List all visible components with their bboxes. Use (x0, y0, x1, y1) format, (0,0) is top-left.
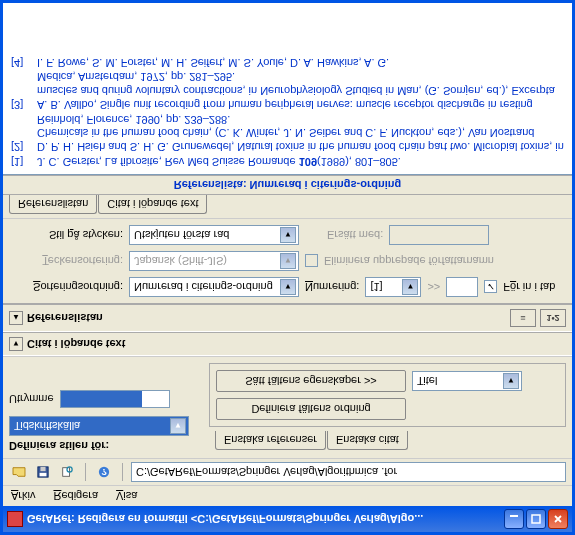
refs-preview-header: Referenslista: Numrerad i citerings-ordn… (3, 175, 572, 195)
charset-dropdown[interactable]: Japansk (Shift-JIS) ▼ (129, 251, 299, 271)
sort-order-label: Sorteringsordning: (11, 281, 123, 293)
ref-text: D. P. H. Hsieh and S. H. G. Grunewedel, … (37, 112, 564, 153)
svg-rect-4 (40, 467, 45, 471)
sort-order-dropdown[interactable]: Numrerad i citerings-ordning ▼ (129, 277, 299, 297)
tab-single-cites[interactable]: Enstaka citat (327, 431, 408, 450)
insert-in-tab-label: För in i tab (503, 281, 555, 293)
view-1-2-tab[interactable]: 1•2 (540, 309, 566, 327)
sort-order-value: Numrerad i citerings-ordning (134, 281, 273, 293)
minimize-button[interactable] (504, 509, 524, 529)
set-field-props-button[interactable]: Sätt fältens egenskaper >> (216, 370, 406, 392)
svg-text:?: ? (101, 467, 107, 478)
preview-tabs: Referenslistan Citat i löpande text (3, 195, 572, 219)
chevron-down-icon[interactable]: ▼ (280, 253, 296, 269)
application-window: GetARef: Redigera en formatfil <C:/GetAR… (0, 0, 575, 535)
ref-text: I. F. Rowe, S. M. Forster, M. H. Seifert… (37, 55, 564, 69)
replace-label: Ersätt med: (327, 229, 383, 241)
collapse-icon[interactable]: ▼ (9, 337, 23, 351)
ref-mode-tabs: Enstaka referenser Enstaka citat (209, 431, 566, 452)
section-label: Referenslistan (27, 312, 103, 324)
numbering-extra-field[interactable] (446, 277, 478, 297)
section-label: Citat i löpande text (27, 338, 125, 350)
numbering-more: >> (427, 281, 440, 293)
ref-number: [3] (11, 70, 37, 111)
space-indicator (60, 390, 170, 408)
maximize-button[interactable] (526, 509, 546, 529)
close-button[interactable] (548, 509, 568, 529)
help-icon[interactable]: ? (94, 462, 114, 482)
svg-rect-1 (532, 515, 540, 523)
tab-referenslistan[interactable]: Referenslistan (9, 195, 97, 214)
tab-single-refs[interactable]: Enstaka referenser (215, 431, 326, 450)
svg-rect-0 (510, 515, 518, 517)
para-style-label: Stil på stycken: (11, 229, 123, 241)
separator (122, 463, 123, 481)
window-controls (504, 509, 568, 529)
ref-number: [1] (11, 154, 37, 168)
menu-arkiv[interactable]: AArkivrkiv (7, 488, 39, 504)
tab-citat-lopande[interactable]: Citat i löpande text (98, 195, 207, 214)
field-prop-dropdown[interactable]: Titel ▼ (412, 371, 522, 391)
toolbar: ? C:/GetARef/Formats/Springer Verlag/Alg… (3, 458, 572, 485)
reference-item: [1] J. C. Gerster, La fibrosite, Rev Med… (11, 154, 564, 168)
charset-value: Japansk (Shift-JIS) (134, 255, 227, 267)
path-field[interactable]: C:/GetARef/Formats/Springer Verlag/Algor… (131, 462, 566, 482)
collapse-icon[interactable]: ▲ (9, 311, 23, 325)
ref-text: A. B. Vallbo, Single unit recording from… (37, 70, 564, 111)
reference-item: [2] D. P. H. Hsieh and S. H. G. Grunewed… (11, 112, 564, 153)
replace-field[interactable] (389, 225, 489, 245)
window-title: GetARef: Redigera en formatfil <C:/GetAR… (27, 513, 504, 525)
para-style-dropdown[interactable]: Utskjuten första rad ▼ (129, 225, 299, 245)
chevron-down-icon[interactable]: ▼ (503, 373, 519, 389)
view-lines-icon[interactable]: ≡ (510, 309, 536, 327)
section-inline-citations[interactable]: ▼ Citat i löpande text (3, 332, 572, 356)
menu-visa[interactable]: Visa (112, 488, 141, 504)
reference-item: [4] I. F. Rowe, S. M. Forster, M. H. Sei… (11, 55, 564, 69)
numbering-value: [1] (370, 281, 382, 293)
titlebar: GetARef: Redigera en formatfil <C:/GetAR… (3, 506, 572, 532)
app-icon (7, 511, 23, 527)
menu-redigera[interactable]: Redigera (49, 488, 102, 504)
chevron-down-icon[interactable]: ▼ (402, 279, 418, 295)
source-type-dropdown[interactable]: Tidskriftskälla ▼ (9, 416, 189, 436)
preview-icon[interactable] (57, 462, 77, 482)
charset-label: Teckensortering: (11, 255, 123, 267)
chevron-down-icon[interactable]: ▼ (280, 279, 296, 295)
svg-rect-3 (40, 473, 47, 476)
reference-item: [3] A. B. Vallbo, Single unit recording … (11, 70, 564, 111)
section-reference-list[interactable]: ▲ Referenslistan ≡ 1•2 (3, 304, 572, 332)
reference-options: Sorteringsordning: Numrerad i citerings-… (3, 219, 572, 304)
chevron-down-icon[interactable]: ▼ (280, 227, 296, 243)
para-style-value: Utskjuten första rad (134, 229, 229, 241)
save-icon[interactable] (33, 462, 53, 482)
ref-number: [4] (11, 55, 37, 69)
separator (85, 463, 86, 481)
space-label: Utrymme (9, 393, 54, 405)
open-icon[interactable] (9, 462, 29, 482)
ref-text: J. C. Gerster, La fibrosite, Rev Med Sui… (37, 154, 564, 168)
eliminate-repeat-label: Eliminera upprepade författarnamn (324, 255, 494, 267)
define-field-order-button[interactable]: Definiera fältens ordning (216, 398, 406, 420)
define-style-label: Definiera stilen för: (9, 440, 199, 452)
insert-in-tab-checkbox[interactable]: ✓ (484, 281, 497, 294)
refs-preview-body: [1] J. C. Gerster, La fibrosite, Rev Med… (3, 3, 572, 175)
numbering-label: Numrering: (305, 281, 359, 293)
eliminate-repeat-checkbox[interactable] (305, 255, 318, 268)
field-prop-value: Titel (417, 375, 437, 387)
source-type-value: Tidskriftskälla (14, 420, 80, 432)
definition-panel: Definiera stilen för: Tidskriftskälla ▼ … (3, 356, 572, 458)
ref-number: [2] (11, 112, 37, 153)
chevron-down-icon[interactable]: ▼ (170, 418, 186, 434)
numbering-dropdown[interactable]: [1] ▼ (365, 277, 421, 297)
menubar: AArkivrkiv Redigera Visa (3, 485, 572, 506)
